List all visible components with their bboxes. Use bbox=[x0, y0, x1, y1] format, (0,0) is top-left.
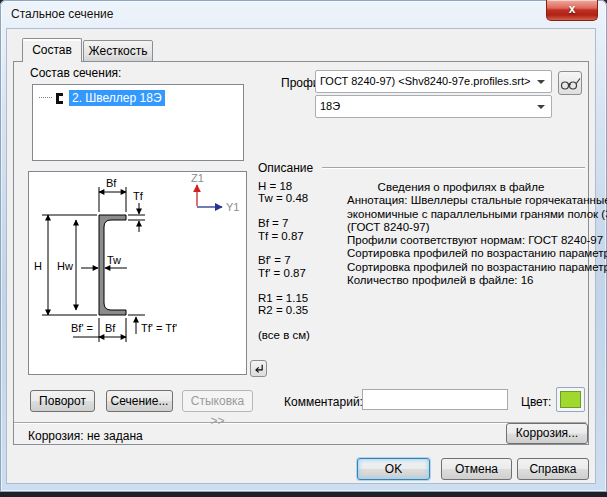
desktop-background bbox=[0, 492, 607, 497]
section-button[interactable]: Сечение... bbox=[106, 390, 173, 412]
param-line bbox=[258, 279, 310, 291]
composition-list-label: Состав сечения: bbox=[30, 66, 121, 80]
param-line bbox=[258, 316, 310, 328]
param-line: Bf' = 7 bbox=[258, 254, 310, 266]
dim-tw: Tw bbox=[107, 254, 121, 266]
corrosion-status: Коррозия: не задана bbox=[28, 429, 143, 443]
rotate-button[interactable]: Поворот bbox=[30, 390, 95, 412]
param-line: H = 18 bbox=[258, 180, 310, 192]
channel-drawing: Bf Tf H Hw Tw Bf' = Bf bbox=[29, 172, 246, 374]
info-line: Аннотация: Швеллеры стальные горячекатан… bbox=[347, 194, 607, 207]
profile-file-combobox[interactable]: ГОСТ 8240-97) <Shv8240-97e.profiles.srt> bbox=[315, 70, 552, 93]
help-button[interactable]: Справка bbox=[517, 458, 589, 480]
chevron-down-icon[interactable] bbox=[537, 80, 545, 84]
description-group-label: Описание bbox=[258, 161, 313, 175]
ok-button[interactable]: OK bbox=[357, 458, 430, 480]
joining-button[interactable]: Стыковка >> bbox=[182, 390, 253, 412]
info-line: Профили соответствуют нормам: ГОСТ 8240-… bbox=[347, 234, 607, 247]
tree-item-label[interactable]: 2. Швеллер 18Э bbox=[69, 90, 165, 106]
profile-file-value: ГОСТ 8240-97) <Shv8240-97e.profiles.srt> bbox=[320, 75, 530, 87]
color-swatch-button[interactable] bbox=[556, 387, 585, 412]
composition-tree[interactable]: 2. Швеллер 18Э bbox=[32, 84, 244, 161]
color-swatch bbox=[560, 391, 581, 408]
section-diagram: Bf Tf H Hw Tw Bf' = Bf bbox=[28, 171, 247, 375]
dim-hw: Hw bbox=[57, 260, 73, 272]
corrosion-divider bbox=[14, 422, 586, 424]
corrosion-button[interactable]: Коррозия... bbox=[506, 423, 588, 444]
dim-bf-bottom: Bf bbox=[105, 322, 116, 334]
info-title: Сведения о профилях в файле bbox=[347, 181, 575, 194]
param-line: Tf = 0.87 bbox=[258, 230, 310, 242]
profile-size-value: 18Э bbox=[320, 100, 340, 112]
info-line: Сортировка профилей по возрастанию парам… bbox=[347, 261, 607, 274]
chevron-down-icon[interactable] bbox=[537, 105, 545, 109]
tree-item-row[interactable]: 2. Швеллер 18Э bbox=[39, 90, 243, 106]
apply-enter-button[interactable] bbox=[250, 360, 267, 377]
tab-stiffness[interactable]: Жесткость bbox=[83, 40, 153, 62]
profile-size-combobox[interactable]: 18Э bbox=[315, 95, 552, 118]
profiles-file-info: Сведения о профилях в файле Аннотация: Ш… bbox=[347, 181, 607, 287]
steel-section-dialog: Стальное сечение x Состав Жесткость Сост… bbox=[0, 0, 607, 497]
info-line: Сортировка профилей по возрастанию парам… bbox=[347, 247, 607, 260]
close-icon[interactable]: x bbox=[546, 0, 598, 21]
section-parameters: H = 18 Tw = 0.48 Bf = 7 Tf = 0.87 Bf' = … bbox=[258, 180, 310, 341]
glasses-icon bbox=[559, 76, 581, 91]
dim-bf-top: Bf bbox=[106, 177, 117, 189]
info-line: экономичные с параллельными гранями поло… bbox=[347, 208, 607, 221]
info-line: (ГОСТ 8240-97) bbox=[347, 221, 607, 234]
param-line: R1 = 1.15 bbox=[258, 292, 310, 304]
comment-input[interactable] bbox=[362, 389, 508, 410]
axis-z1-label: Z1 bbox=[191, 172, 204, 184]
description-divider bbox=[322, 167, 585, 169]
view-profiles-button[interactable] bbox=[558, 71, 582, 95]
dim-tf-prime: Tf' = Tf' bbox=[141, 322, 177, 334]
param-line: R2 = 0.35 bbox=[258, 304, 310, 316]
param-line: Tf' = 0.87 bbox=[258, 267, 310, 279]
channel-section-icon bbox=[55, 93, 64, 104]
dim-bf-prime: Bf' = bbox=[71, 322, 93, 334]
color-label: Цвет: bbox=[521, 395, 551, 409]
tree-connector bbox=[39, 97, 52, 99]
dim-h: H bbox=[34, 260, 42, 272]
cancel-button[interactable]: Отмена bbox=[441, 458, 512, 480]
param-line: (все в см) bbox=[258, 329, 310, 341]
param-line: Bf = 7 bbox=[258, 217, 310, 229]
comment-label: Комментарий: bbox=[284, 395, 363, 409]
dim-tf-top: Tf bbox=[133, 190, 144, 202]
axis-y1-label: Y1 bbox=[226, 201, 239, 213]
info-line: Количество профилей в файле: 16 bbox=[347, 274, 607, 287]
enter-arrow-icon bbox=[253, 363, 264, 374]
window-title: Стальное сечение bbox=[11, 7, 113, 21]
param-line: Tw = 0.48 bbox=[258, 192, 310, 204]
tab-composition[interactable]: Состав bbox=[22, 38, 82, 62]
param-line bbox=[258, 242, 310, 254]
param-line bbox=[258, 205, 310, 217]
